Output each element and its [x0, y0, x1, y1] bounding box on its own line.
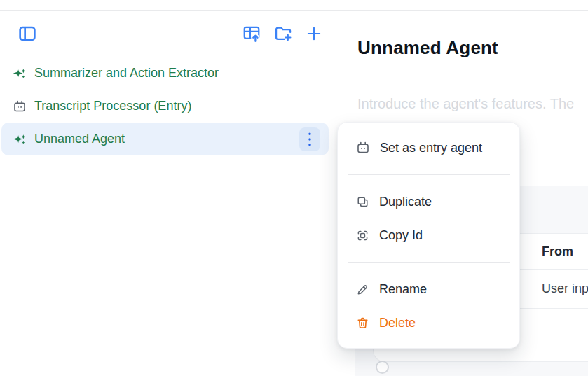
panel-left-icon — [18, 24, 37, 43]
folder-plus-icon — [273, 24, 293, 43]
agent-list: Summarizer and Action Extractor Transcri… — [0, 57, 336, 155]
agent-context-menu: Set as entry agent Duplicate Copy Id — [337, 122, 520, 349]
add-agent-button[interactable] — [305, 25, 323, 43]
new-folder-button[interactable] — [273, 24, 293, 43]
menu-item-duplicate[interactable]: Duplicate — [338, 188, 519, 216]
agent-label: Unnamed Agent — [34, 132, 292, 146]
sidebar-toggle-button[interactable] — [18, 24, 37, 43]
menu-item-rename[interactable]: Rename — [338, 275, 519, 303]
trash-icon — [356, 316, 369, 330]
menu-item-label: Set as entry agent — [380, 141, 482, 155]
agent-sidebar: Summarizer and Action Extractor Transcri… — [0, 11, 336, 376]
agent-more-actions-button[interactable] — [299, 127, 320, 151]
menu-item-label: Duplicate — [379, 195, 432, 209]
menu-item-delete[interactable]: Delete — [338, 309, 519, 337]
menu-item-label: Rename — [379, 282, 427, 297]
import-table-button[interactable] — [242, 24, 261, 43]
copy-icon — [356, 195, 369, 209]
sidebar-toolbar — [0, 11, 336, 46]
table-import-icon — [242, 24, 261, 43]
table-cell-from: User input — [542, 281, 588, 296]
kebab-menu-icon — [308, 132, 312, 147]
menu-divider — [348, 262, 510, 263]
sparkle-icon — [13, 132, 27, 146]
menu-item-copy-id[interactable]: Copy Id — [338, 221, 519, 249]
menu-divider — [348, 174, 510, 175]
agent-label: Summarizer and Action Extractor — [34, 66, 327, 81]
top-border-bar — [0, 0, 588, 11]
description-placeholder[interactable]: Introduce the agent's features. The — [357, 96, 574, 112]
menu-item-label: Copy Id — [379, 228, 423, 243]
entry-agent-icon — [356, 141, 370, 155]
agent-list-item-unnamed-agent[interactable]: Unnamed Agent — [1, 123, 329, 155]
section-bullet-circle — [376, 361, 389, 374]
entry-agent-icon — [13, 99, 27, 113]
pencil-icon — [356, 283, 369, 296]
copy-id-icon — [356, 229, 369, 242]
agent-label: Transcript Processor (Entry) — [34, 99, 327, 113]
column-header-from: From — [542, 244, 573, 259]
plus-icon — [305, 25, 323, 43]
agent-list-item-transcript-processor[interactable]: Transcript Processor (Entry) — [0, 90, 336, 123]
page-title: Unnamed Agent — [357, 37, 498, 59]
menu-item-label: Delete — [379, 316, 416, 330]
agent-list-item-summarizer[interactable]: Summarizer and Action Extractor — [0, 57, 336, 90]
sparkle-icon — [13, 67, 27, 81]
menu-item-set-as-entry-agent[interactable]: Set as entry agent — [338, 134, 519, 162]
